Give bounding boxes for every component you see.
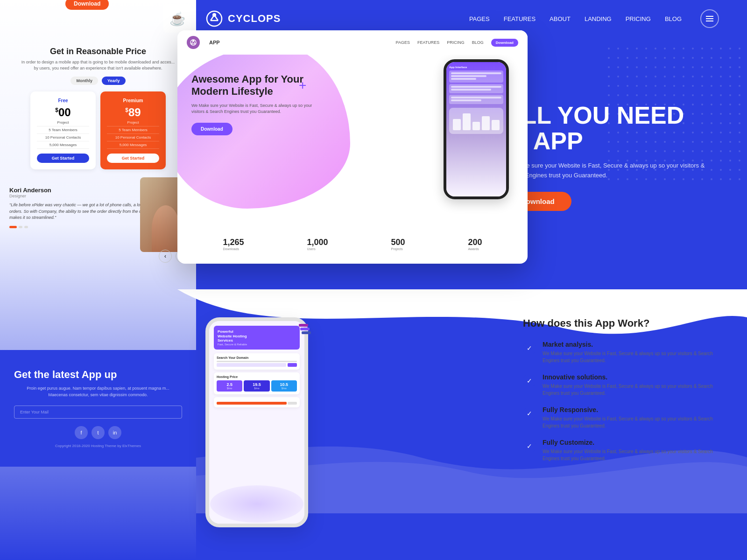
inner-nav-blog[interactable]: BLOG: [472, 40, 484, 45]
feature-desc-1: We Make sure your Website is Fast, Secur…: [543, 350, 719, 364]
ps-card-3: [449, 95, 503, 104]
feature-title-2: Innovative solutions.: [543, 373, 719, 381]
free-feature-3: 10 Personal Contacts: [37, 134, 89, 141]
linkedin-icon[interactable]: in: [108, 426, 121, 439]
inner-logo-svg: [190, 39, 197, 46]
ps-chart-area: [449, 108, 503, 134]
prev-button[interactable]: ‹: [159, 250, 172, 263]
copyright-text: Copyright 2018-2020 Hosting Theme by Elx…: [14, 444, 182, 448]
inner-hero-button[interactable]: Download: [191, 123, 233, 135]
feature-text-3: Fully Responsive. We Make sure your Webs…: [543, 406, 719, 429]
inner-download-button[interactable]: Download: [491, 39, 518, 47]
twitter-icon[interactable]: t: [92, 426, 105, 439]
bs-pricing-row: 2.5 $/mo 19.5 $/mo 10.5 $/mo: [217, 380, 297, 392]
stat-downloads-label: Downloads: [223, 247, 244, 251]
email-input[interactable]: [14, 406, 182, 419]
monthly-toggle[interactable]: Monthly: [70, 77, 98, 85]
inner-hero-content: Awesome App for Your Modern Lifestyle We…: [191, 64, 313, 135]
free-get-started-button[interactable]: Get Started: [37, 154, 89, 163]
feature-title-3: Fully Responsive.: [543, 406, 719, 413]
feature-desc-2: We Make sure your Website is Fast, Secur…: [543, 383, 719, 397]
yearly-toggle[interactable]: Yearly: [102, 77, 126, 85]
bs-search-bar: [217, 363, 297, 367]
free-plan-card: Free $00 Project 5 Team Members 10 Perso…: [30, 91, 96, 169]
inner-phone-mockup: App Interface: [444, 59, 518, 209]
features-section: How does this App Work? ✓ Market analysi…: [523, 317, 719, 471]
feature-market-analysis: ✓ Market analysis. We Make sure your Web…: [523, 341, 719, 364]
bs-plans-title: Hosting Price: [217, 375, 297, 378]
bs-hosting-plans: Hosting Price 2.5 $/mo 19.5 $/mo: [214, 372, 300, 394]
free-plan-price: $00: [37, 106, 89, 119]
feature-title-4: Fully Customize.: [543, 439, 719, 446]
nav-features[interactable]: FEATURES: [504, 15, 536, 22]
inner-phone-screen: App Interface: [446, 62, 506, 196]
nav-blog[interactable]: BLOG: [665, 15, 682, 22]
cta-section: Get the latest App up Proin eget purus a…: [0, 350, 196, 467]
feature-check-3: ✓: [523, 407, 536, 420]
premium-get-started-button[interactable]: Get Started: [107, 154, 159, 163]
navbar-brand-text: CYCLOPS: [228, 13, 281, 25]
cta-subtitle: Proin eget purus augue. Nam tempor dapib…: [14, 385, 182, 398]
bs-search-title: Search Your Domain: [217, 356, 297, 359]
stat-projects: 500 Projects: [391, 238, 405, 251]
nav-about[interactable]: ABOUT: [550, 15, 571, 22]
stat-awards: 200 Awards: [468, 238, 482, 251]
feature-text-4: Fully Customize. We Make sure your Websi…: [543, 439, 719, 462]
inner-nav-pages[interactable]: PAGES: [396, 40, 410, 45]
ps-mini-chart: [453, 112, 500, 130]
navbar-logo: CYCLOPS: [205, 10, 281, 28]
premium-feature-4: 5,000 Messages: [107, 141, 159, 149]
right-hero-subtitle: We Make sure your Website is Fast, Secur…: [504, 161, 719, 181]
laptop-mockup: APP PAGES FEATURES PRICING BLOG Download…: [177, 30, 528, 264]
stat-projects-label: Projects: [391, 247, 405, 251]
stat-awards-num: 200: [468, 238, 482, 247]
nav-pages[interactable]: PAGES: [469, 15, 490, 22]
premium-feature-3: 10 Personal Contacts: [107, 134, 159, 141]
facebook-icon[interactable]: f: [75, 426, 88, 439]
feature-innovative: ✓ Innovative solutions. We Make sure you…: [523, 373, 719, 397]
logo-svg: [205, 10, 223, 28]
cta-title: Get the latest App up: [14, 369, 182, 381]
bs-contact-btns: [217, 402, 297, 405]
feature-desc-3: We Make sure your Website is Fast, Secur…: [543, 415, 719, 429]
navbar-links: PAGES FEATURES ABOUT LANDING PRICING BLO…: [469, 15, 682, 22]
inner-nav-features[interactable]: FEATURES: [417, 40, 439, 45]
stat-projects-num: 500: [391, 238, 405, 247]
svg-line-9: [191, 41, 193, 44]
left-download-button[interactable]: Download: [65, 0, 109, 10]
feature-title-1: Market analysis.: [543, 341, 719, 348]
bottom-section: PowerfulWebsite HostingServices Fast, Se…: [177, 289, 747, 560]
feature-text-1: Market analysis. We Make sure your Websi…: [543, 341, 719, 364]
feature-text-2: Innovative solutions. We Make sure your …: [543, 373, 719, 397]
social-icons: f t in: [14, 426, 182, 439]
bs-plan-2: 19.5 $/mo: [244, 380, 269, 392]
hamburger-menu[interactable]: [700, 9, 719, 28]
cyclops-logo-icon: [205, 10, 223, 28]
left-background-page: Download ☕ Get in Reasonable Price In or…: [0, 0, 196, 560]
premium-plan-card: Premium $89 Project 5 Team Members 10 Pe…: [100, 91, 166, 169]
inner-hero-area: Awesome App for Your Modern Lifestyle We…: [177, 55, 528, 255]
right-hero-title: ALL YOU NEEDIS APP: [504, 103, 719, 154]
inner-phone-screen-content: App Interface: [446, 62, 506, 138]
bs-contact-card: [214, 397, 300, 407]
ps-card-1: [449, 70, 503, 83]
free-plan-title: Free: [37, 98, 89, 103]
bs-screen-title: PowerfulWebsite HostingServices: [218, 329, 296, 343]
pagination-dot-active[interactable]: [9, 226, 17, 228]
inner-nav-pricing[interactable]: PRICING: [447, 40, 465, 45]
bs-plan-1: 2.5 $/mo: [217, 380, 242, 392]
stat-downloads: 1,265 Downloads: [223, 238, 244, 251]
nav-landing[interactable]: LANDING: [585, 15, 612, 22]
inner-app-name: APP: [209, 40, 220, 45]
bs-header-bar: PowerfulWebsite HostingServices Fast, Se…: [214, 326, 300, 350]
feature-responsive: ✓ Fully Responsive. We Make sure your We…: [523, 406, 719, 429]
svg-line-5: [214, 15, 218, 21]
feature-customize: ✓ Fully Customize. We Make sure your Web…: [523, 439, 719, 462]
hamburger-lines: [706, 18, 713, 19]
free-feature-4: 5,000 Messages: [37, 141, 89, 149]
bs-section-1: PowerfulWebsite HostingServices Fast, Se…: [209, 321, 304, 412]
pagination-dot[interactable]: [24, 226, 28, 228]
nav-pricing[interactable]: PRICING: [626, 15, 651, 22]
pagination-dot[interactable]: [19, 226, 22, 228]
free-feature-2: 5 Team Members: [37, 126, 89, 134]
